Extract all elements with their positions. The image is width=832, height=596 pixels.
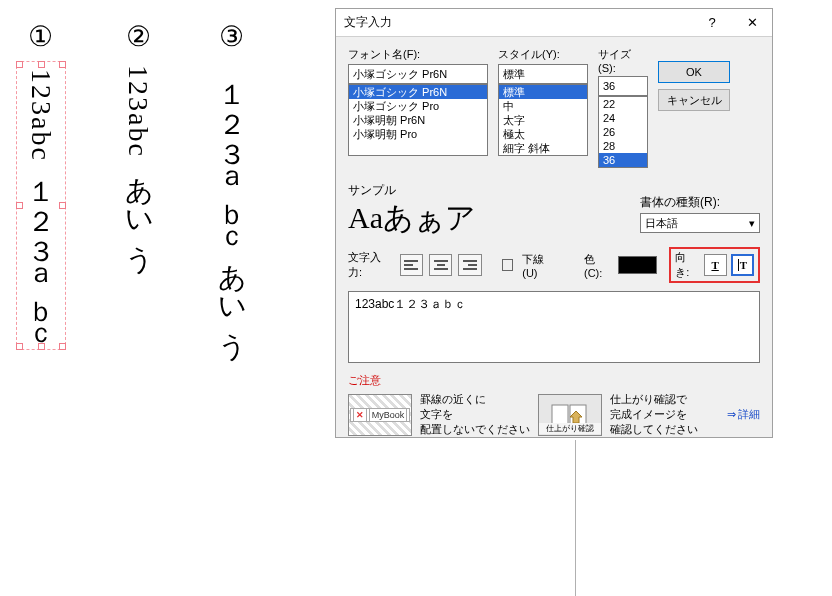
input-label: 文字入力: (348, 250, 394, 280)
list-item[interactable]: 小塚明朝 Pr6N (349, 113, 487, 127)
page-divider (575, 440, 576, 596)
list-item[interactable]: 36 (599, 153, 647, 167)
script-label: 書体の種類(R): (640, 194, 760, 211)
list-item[interactable]: 小塚明朝 Pro (349, 127, 487, 141)
script-select-value: 日本語 (645, 216, 678, 231)
titlebar[interactable]: 文字入力 ? ✕ (336, 9, 772, 37)
orientation-group: 向き: T T (669, 247, 760, 283)
dialog-title: 文字入力 (344, 14, 692, 31)
color-label: 色(C): (584, 252, 612, 279)
arrow-icon: ⇒ (727, 408, 736, 420)
font-list[interactable]: 小塚ゴシック Pr6N小塚ゴシック Pro小塚明朝 Pr6N小塚明朝 Pro (348, 84, 488, 156)
font-input[interactable] (348, 64, 488, 84)
details-label: 詳細 (738, 408, 760, 420)
mybook-thumb: ✕MyBook (348, 394, 412, 436)
resize-handle[interactable] (38, 61, 45, 68)
sample-1: ① 123abc１２３ａｂｃ (20, 20, 62, 347)
list-item[interactable]: 中 (499, 99, 587, 113)
size-list[interactable]: 22242628364872 (598, 96, 648, 168)
caution-label: ご注意 (348, 373, 760, 388)
orientation-v-glyph: T (738, 259, 747, 271)
list-item[interactable]: 48 (599, 167, 647, 168)
list-item[interactable]: 小塚ゴシック Pro (349, 99, 487, 113)
style-input[interactable] (498, 64, 588, 84)
resize-handle[interactable] (16, 61, 23, 68)
sample-1-text: 123abc１２３ａｂｃ (24, 69, 58, 342)
help-button[interactable]: ? (692, 9, 732, 37)
list-item[interactable]: 斜体 (499, 155, 587, 156)
sample-1-number: ① (28, 20, 53, 53)
close-button[interactable]: ✕ (732, 9, 772, 37)
resize-handle[interactable] (59, 202, 66, 209)
text-input-area[interactable]: 123abc１２３ａｂｃ (348, 291, 760, 363)
mybook-label: MyBook (369, 408, 408, 422)
list-item[interactable]: 細字 斜体 (499, 141, 587, 155)
resize-handle[interactable] (59, 343, 66, 350)
list-item[interactable]: 24 (599, 111, 647, 125)
sample-2-number: ② (126, 20, 151, 53)
caution-text-1: 罫線の近くに 文字を 配置しないでください (420, 392, 530, 437)
list-item[interactable]: 太字 (499, 113, 587, 127)
resize-handle[interactable] (59, 61, 66, 68)
text-input-dialog: 文字入力 ? ✕ フォント名(F): 小塚ゴシック Pr6N小塚ゴシック Pro… (335, 8, 773, 438)
sample-3-text: １２３ａｂｃあいう (215, 65, 249, 347)
orientation-horizontal-button[interactable]: T (704, 254, 727, 276)
list-item[interactable]: 小塚ゴシック Pr6N (349, 85, 487, 99)
style-list[interactable]: 標準中太字極太細字 斜体斜体中 斜体 (498, 84, 588, 156)
align-right-icon[interactable] (458, 254, 481, 276)
resize-handle[interactable] (16, 202, 23, 209)
list-item[interactable]: 22 (599, 97, 647, 111)
sample-render: Aaあぁア (348, 203, 620, 233)
list-item[interactable]: 26 (599, 125, 647, 139)
sample-2-text: 123abcあいう (122, 65, 156, 260)
orientation-vertical-button[interactable]: T (731, 254, 754, 276)
size-label: サイズ(S): (598, 47, 648, 74)
orientation-h-glyph: T (711, 259, 718, 271)
color-swatch[interactable] (618, 256, 657, 274)
align-center-icon[interactable] (429, 254, 452, 276)
align-left-icon[interactable] (400, 254, 423, 276)
resize-handle[interactable] (38, 343, 45, 350)
preview-thumb[interactable]: 仕上がり確認 (538, 394, 602, 436)
list-item[interactable]: 28 (599, 139, 647, 153)
sample-1-selection[interactable]: 123abc１２３ａｂｃ (20, 65, 62, 346)
canvas-samples: ① 123abc１２３ａｂｃ ② 123abcあいう ③ １２３ａｂｃあいう (20, 20, 249, 347)
sample-2: ② 123abcあいう (122, 20, 156, 347)
resize-handle[interactable] (16, 343, 23, 350)
preview-thumb-label: 仕上がり確認 (539, 423, 601, 434)
style-label: スタイル(Y): (498, 47, 588, 62)
svg-rect-9 (552, 405, 568, 425)
underline-checkbox[interactable] (502, 259, 514, 271)
list-item[interactable]: 極太 (499, 127, 587, 141)
size-input[interactable] (598, 76, 648, 96)
caution-text-2: 仕上がり確認で 完成イメージを 確認してください (610, 392, 698, 437)
cancel-button[interactable]: キャンセル (658, 89, 730, 111)
script-select[interactable]: 日本語 ▾ (640, 213, 760, 233)
sample-label: サンプル (348, 182, 620, 199)
underline-label: 下線(U) (522, 252, 558, 279)
ok-button[interactable]: OK (658, 61, 730, 83)
sample-3-number: ③ (219, 20, 244, 53)
text-input-value: 123abc１２３ａｂｃ (355, 297, 466, 311)
orientation-label: 向き: (675, 250, 699, 280)
sample-3: ③ １２３ａｂｃあいう (215, 20, 249, 347)
list-item[interactable]: 標準 (499, 85, 587, 99)
font-label: フォント名(F): (348, 47, 488, 62)
details-link[interactable]: ⇒詳細 (727, 407, 760, 422)
chevron-down-icon: ▾ (749, 217, 755, 230)
